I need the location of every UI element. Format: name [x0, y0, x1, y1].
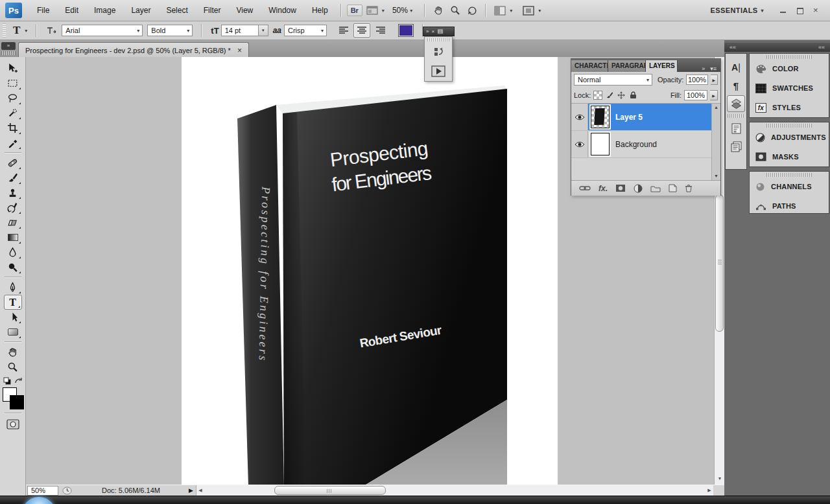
tool-eraser[interactable]	[4, 215, 22, 230]
tool-blur[interactable]	[4, 245, 22, 260]
scroll-left-icon[interactable]: ◀	[196, 485, 204, 496]
close-button[interactable]: ×	[813, 7, 821, 14]
tool-dodge[interactable]	[4, 260, 22, 275]
history-panel-icon[interactable]	[727, 138, 745, 155]
link-layers-icon[interactable]	[579, 185, 591, 191]
view-extras-icon[interactable]	[366, 6, 378, 15]
menu-filter[interactable]: Filter	[196, 3, 228, 17]
tool-path-selection[interactable]	[4, 310, 22, 325]
tool-spot-healing-brush[interactable]	[4, 155, 22, 170]
horizontal-scrollbar-thumb[interactable]	[274, 486, 386, 495]
layer-style-icon[interactable]: fx.	[599, 184, 608, 193]
zoom-level-control[interactable]: 50% ▾	[392, 6, 412, 15]
expand-panel-icon[interactable]: »	[426, 29, 429, 34]
layer-name[interactable]: Layer 5	[615, 113, 643, 122]
fill-spinner[interactable]: ▶	[710, 90, 718, 100]
canvas[interactable]: Prospecting for Engineers Robert Seviour…	[182, 57, 558, 485]
tool-lasso[interactable]	[4, 91, 22, 106]
restore-button[interactable]	[796, 7, 804, 14]
font-size-combo[interactable]: 14 pt ▾	[221, 25, 268, 36]
tool-crop[interactable]	[4, 120, 22, 135]
visibility-toggle[interactable]	[571, 131, 588, 157]
floating-panel-header[interactable]: » ×	[423, 27, 455, 36]
vertical-scrollbar-thumb[interactable]	[715, 194, 724, 332]
panel-menu-icon[interactable]: ▾≡	[710, 65, 717, 72]
paragraph-panel-icon[interactable]: ¶	[727, 77, 745, 94]
panel-button-masks[interactable]: MASKS	[750, 147, 829, 166]
lock-pixels-icon[interactable]	[605, 91, 614, 100]
panel-button-swatches[interactable]: SWATCHES	[750, 78, 829, 98]
panel-button-color[interactable]: COLOR	[750, 59, 829, 78]
menu-edit[interactable]: Edit	[58, 3, 86, 17]
screen-mode-icon[interactable]	[523, 6, 534, 16]
tool-type[interactable]: T	[4, 295, 22, 310]
font-size-spinner[interactable]: ▾	[259, 25, 268, 36]
menu-file[interactable]: File	[30, 3, 56, 17]
anti-alias-select[interactable]: Crisp ▾	[284, 25, 327, 36]
character-panel-icon[interactable]: A|	[727, 59, 745, 76]
arrange-documents-dropdown[interactable]: ▾	[510, 8, 512, 14]
layer-thumbnail[interactable]	[591, 106, 610, 128]
tool-eyedropper[interactable]	[4, 135, 22, 150]
hand-tool-icon[interactable]	[433, 5, 444, 16]
tool-shape[interactable]	[4, 325, 22, 339]
align-center-button[interactable]	[353, 23, 370, 38]
screen-mode-dropdown[interactable]: ▾	[538, 8, 541, 14]
workspace-switcher[interactable]: ESSENTIALS ▾	[711, 6, 765, 14]
status-menu-icon[interactable]: ▶	[189, 487, 193, 494]
blend-mode-select[interactable]: Normal ▾	[574, 74, 652, 86]
menu-select[interactable]: Select	[159, 3, 195, 17]
dock-collapse-icon[interactable]: ««	[818, 44, 825, 51]
layers-panel-icon[interactable]	[727, 95, 745, 112]
quick-mask-button[interactable]	[4, 416, 22, 433]
type-tool-preset-icon[interactable]: T	[13, 24, 20, 37]
swap-colors-icon[interactable]	[14, 377, 23, 385]
tool-gradient[interactable]	[4, 230, 22, 245]
tool-pen[interactable]	[4, 280, 22, 295]
text-color-swatch[interactable]	[398, 24, 414, 37]
tab-layers[interactable]: LAYERS	[646, 60, 678, 72]
fill-value[interactable]: 100%	[684, 90, 707, 100]
history-panel-button[interactable]	[430, 45, 447, 60]
layer-row-layer5[interactable]: Layer 5	[571, 104, 713, 131]
tool-rectangular-marquee[interactable]	[4, 76, 22, 91]
text-orientation-icon[interactable]	[45, 25, 57, 36]
layer-thumbnail[interactable]	[591, 133, 610, 155]
menu-view[interactable]: View	[229, 3, 260, 17]
layers-scrollbar[interactable]: ▲ ▼	[711, 104, 720, 180]
tool-history-brush[interactable]	[4, 200, 22, 215]
tool-preset-dropdown[interactable]: ▾	[25, 28, 27, 34]
panel-button-channels[interactable]: CHANNELS	[750, 177, 829, 196]
layer-name[interactable]: Background	[615, 140, 657, 149]
menu-help[interactable]: Help	[305, 3, 335, 17]
panel-button-adjustments[interactable]: ADJUSTMENTS	[750, 128, 829, 147]
toolbar-collapse-button[interactable]: »	[1, 42, 16, 50]
tool-move[interactable]	[4, 61, 22, 76]
default-colors-icon[interactable]	[3, 377, 11, 385]
horizontal-scrollbar[interactable]: ◀ ▶	[196, 485, 713, 496]
lock-all-icon[interactable]	[628, 91, 637, 100]
tab-paragraph[interactable]: PARAGRAPH	[608, 60, 646, 72]
align-right-button[interactable]	[372, 23, 388, 38]
document-close-icon[interactable]: ×	[237, 46, 242, 55]
panel-button-styles[interactable]: fx STYLES	[750, 98, 829, 117]
launch-bridge-button[interactable]: Br	[347, 5, 362, 16]
layer-row-background[interactable]: Background	[571, 131, 713, 158]
tool-brush[interactable]	[4, 170, 22, 185]
visibility-toggle[interactable]	[571, 104, 588, 130]
menu-image[interactable]: Image	[87, 3, 123, 17]
background-color-swatch[interactable]	[10, 395, 24, 409]
font-style-select[interactable]: Bold ▾	[147, 25, 193, 36]
info-panel-icon[interactable]	[727, 120, 745, 137]
tab-character[interactable]: CHARACTER	[571, 60, 608, 72]
scroll-down-icon[interactable]: ▼	[715, 474, 724, 483]
menu-window[interactable]: Window	[261, 3, 303, 17]
delete-layer-icon[interactable]	[685, 184, 693, 192]
zoom-tool-icon[interactable]	[450, 5, 460, 16]
dock-collapse-icon[interactable]: ««	[729, 44, 736, 51]
tool-hand[interactable]	[4, 345, 22, 360]
font-family-select[interactable]: Arial ▾	[62, 25, 143, 36]
tool-clone-stamp[interactable]	[4, 185, 22, 200]
lock-position-icon[interactable]	[617, 91, 626, 100]
panel-button-paths[interactable]: PATHS	[750, 196, 829, 216]
